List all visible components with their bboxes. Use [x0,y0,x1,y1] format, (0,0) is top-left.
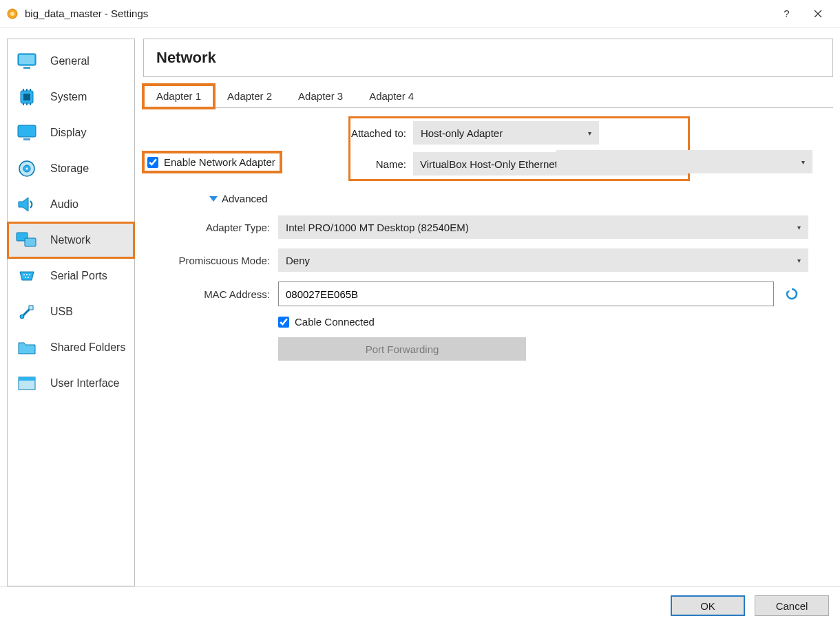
sidebar: General System Display Storage Audio [7,39,135,586]
tabs: Adapter 1 Adapter 2 Adapter 3 Adapter 4 [143,84,833,108]
chevron-down-icon: ▾ [801,158,805,166]
promiscuous-mode-value: Deny [286,255,310,266]
sidebar-item-audio[interactable]: Audio [8,187,134,222]
sidebar-item-label: System [50,91,87,103]
attached-to-value: Host-only Adapter [421,127,503,139]
sidebar-item-label: Network [50,234,91,246]
close-icon [814,10,822,18]
advanced-label: Advanced [222,193,268,204]
port-forwarding-label: Port Forwarding [366,343,439,355]
svg-point-27 [25,277,26,278]
sidebar-item-usb[interactable]: USB [8,294,134,330]
svg-point-29 [20,315,24,319]
sidebar-item-label: General [50,55,90,67]
svg-rect-32 [19,377,35,381]
disk-icon [12,159,42,178]
sidebar-item-system[interactable]: System [8,79,134,115]
sidebar-item-general[interactable]: General [8,43,134,79]
sidebar-item-label: Shared Folders [50,341,125,354]
sidebar-item-label: Serial Ports [50,270,107,282]
enable-adapter-checkbox[interactable] [147,157,158,168]
display-icon [12,124,42,142]
tab-label: Adapter 2 [227,90,272,102]
ok-button[interactable]: OK [671,595,745,616]
refresh-icon [785,287,799,301]
promiscuous-mode-select[interactable]: Deny ▾ [278,248,808,272]
sidebar-item-user-interface[interactable]: User Interface [8,365,134,401]
sidebar-item-display[interactable]: Display [8,115,134,151]
sidebar-item-label: USB [50,306,73,318]
adapter-type-value: Intel PRO/1000 MT Desktop (82540EM) [286,222,469,233]
help-button[interactable]: ? [771,3,802,25]
sidebar-item-label: Audio [50,198,78,211]
cancel-button[interactable]: Cancel [755,595,829,616]
svg-point-28 [28,277,29,278]
section-title: Network [156,49,820,67]
tab-adapter-2[interactable]: Adapter 2 [214,85,285,108]
sidebar-item-shared-folders[interactable]: Shared Folders [8,330,134,365]
app-icon [6,7,19,21]
svg-rect-8 [23,94,30,100]
speaker-icon [12,196,42,213]
tab-label: Adapter 1 [156,90,201,102]
tab-adapter-3[interactable]: Adapter 3 [285,85,356,108]
network-icon [12,231,42,249]
chip-icon [12,87,42,107]
name-select-extra[interactable]: ▾ [556,150,812,173]
svg-point-19 [26,168,28,170]
svg-marker-20 [19,198,28,211]
svg-marker-23 [20,272,34,280]
mac-address-label: MAC Address: [143,288,278,300]
window-icon [12,376,42,391]
section-header: Network [143,39,833,77]
sidebar-item-label: User Interface [50,377,119,390]
chevron-down-icon: ▾ [797,224,801,231]
form: Enable Network Adapter Attached to: Host… [143,108,833,370]
mac-address-input[interactable] [278,281,774,306]
monitor-icon [12,52,42,70]
sidebar-item-serial-ports[interactable]: Serial Ports [8,258,134,294]
svg-rect-22 [25,238,36,246]
usb-icon [12,303,42,321]
folder-icon [12,340,42,355]
adapter-type-select[interactable]: Intel PRO/1000 MT Desktop (82540EM) ▾ [278,215,808,239]
svg-rect-30 [29,306,33,310]
adapter-type-label: Adapter Type: [143,222,278,233]
name-label: Name: [350,158,413,170]
cable-connected-checkbox[interactable] [278,317,289,328]
svg-point-25 [26,274,28,275]
tab-adapter-4[interactable]: Adapter 4 [356,85,427,108]
enable-adapter-label: Enable Network Adapter [164,156,275,168]
tab-label: Adapter 3 [298,90,343,102]
main-panel: Network Adapter 1 Adapter 2 Adapter 3 Ad… [143,39,833,586]
sidebar-item-label: Display [50,127,86,139]
cable-connected-label: Cable Connected [295,316,375,328]
serial-port-icon [12,268,42,284]
sidebar-item-storage[interactable]: Storage [8,151,134,187]
refresh-mac-button[interactable] [782,284,801,304]
attached-to-label: Attached to: [350,127,413,139]
tab-adapter-1[interactable]: Adapter 1 [143,85,214,108]
sidebar-item-label: Storage [50,162,89,175]
close-button[interactable] [802,3,833,25]
chevron-down-icon: ▾ [797,257,801,264]
svg-point-1 [10,12,14,16]
sidebar-item-network[interactable]: Network [8,222,134,258]
svg-point-26 [29,274,30,275]
svg-rect-15 [18,125,36,137]
tab-label: Adapter 4 [369,90,414,102]
footer: OK Cancel [0,586,840,624]
promiscuous-mode-label: Promiscuous Mode: [143,255,278,266]
cancel-label: Cancel [776,600,808,612]
svg-rect-6 [23,67,30,69]
ok-label: OK [700,600,715,612]
help-icon: ? [784,8,789,19]
enable-adapter-area: Enable Network Adapter [143,152,281,172]
svg-rect-5 [19,55,34,64]
titlebar: big_data_master - Settings ? [0,0,840,28]
svg-point-24 [23,274,25,275]
advanced-toggle[interactable]: Advanced [209,193,833,204]
triangle-down-icon [209,196,218,202]
window-title: big_data_master - Settings [25,8,771,19]
attached-to-select[interactable]: Host-only Adapter ▾ [413,121,599,145]
